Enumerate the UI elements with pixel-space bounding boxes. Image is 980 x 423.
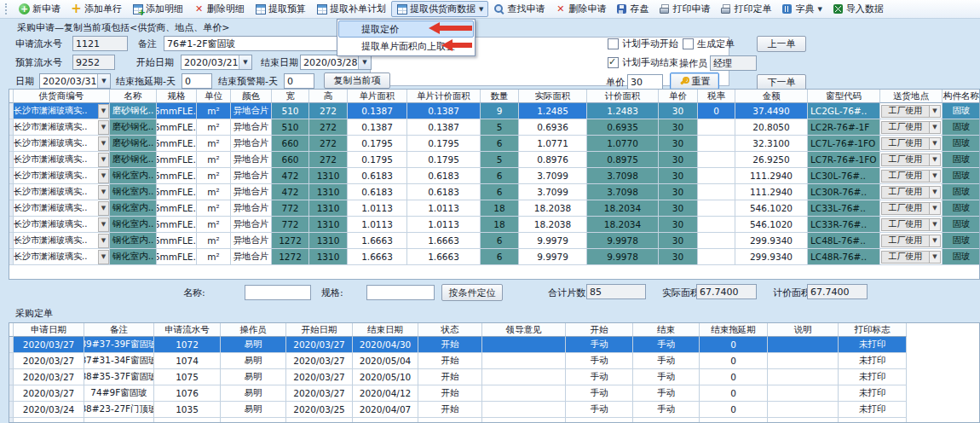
checkbox-box-checked[interactable] (608, 57, 619, 68)
delivery-select[interactable]: 工厂使用▼ (881, 154, 941, 166)
column-header[interactable]: 名称 (110, 90, 157, 103)
column-header[interactable]: 操作员 (221, 323, 286, 337)
cell[interactable]: 6mmFLE.. (157, 233, 197, 249)
cell[interactable]: 6mmFLE.. (157, 168, 197, 184)
cell[interactable]: 1075 (154, 369, 221, 385)
cell[interactable]: 钢化室内.. (110, 200, 157, 217)
cell[interactable]: 2020/03/27 (14, 353, 84, 369)
cell[interactable]: 易明 (221, 402, 286, 418)
cell[interactable] (698, 152, 735, 168)
column-header[interactable]: 颜色 (231, 90, 272, 103)
column-header[interactable]: 结束日期 (353, 323, 418, 337)
cell[interactable]: 2020/05/04 (353, 353, 418, 369)
chevron-down-icon[interactable]: ▼ (929, 187, 940, 198)
chevron-down-icon[interactable]: ▼ (929, 122, 940, 133)
cell[interactable]: 30 (659, 136, 698, 152)
cell[interactable]: 1272 (272, 249, 309, 265)
cell[interactable]: 工厂使用▼ (880, 136, 943, 152)
column-header[interactable]: 供货商编号 (14, 90, 110, 103)
toolbar-button-6[interactable]: 提取补单计划 (311, 1, 391, 17)
table-row[interactable]: 2020/03/2788#35-37F窗固玻1075易明2020/03/2720… (9, 369, 979, 385)
delivery-select[interactable]: 工厂使用▼ (881, 235, 941, 247)
toolbar-button-10[interactable]: 存盘 (611, 1, 654, 17)
cell[interactable]: 未打印 (839, 402, 907, 418)
cell[interactable]: 6 (481, 136, 519, 152)
cell[interactable]: LC30L-76#.. (808, 168, 880, 184)
operator-input[interactable] (710, 55, 757, 71)
cell[interactable]: 6 (481, 249, 519, 265)
cell[interactable]: 异地合片 (231, 249, 272, 265)
cell[interactable] (698, 217, 735, 233)
cell[interactable]: 工厂使用▼ (880, 217, 943, 233)
cell[interactable]: 660 (272, 136, 309, 152)
cell[interactable]: 开始 (418, 369, 482, 385)
cell[interactable]: 开始 (418, 385, 482, 402)
cell[interactable]: 0 (698, 103, 735, 119)
delivery-select[interactable]: 工厂使用▼ (881, 137, 941, 150)
cell[interactable]: LC7R-76#-1FO (808, 152, 880, 168)
column-header[interactable]: 数量 (481, 90, 519, 103)
chevron-down-icon[interactable]: ▼ (97, 74, 110, 88)
locate-name-input[interactable] (245, 285, 311, 300)
chevron-down-icon[interactable]: ▼ (98, 234, 109, 248)
toolbar-button-14[interactable]: 导入数据 (827, 1, 889, 17)
cell[interactable]: 工厂使用▼ (880, 184, 943, 200)
cell[interactable]: 18 (481, 217, 519, 233)
unit-price-input[interactable] (627, 74, 663, 90)
column-header[interactable]: 领导意见 (482, 323, 566, 337)
chevron-down-icon[interactable]: ▼ (98, 201, 109, 216)
cell[interactable]: 0.1387 (407, 103, 481, 119)
cell[interactable]: 18.2034 (587, 217, 659, 233)
cell[interactable]: 546.1020 (735, 217, 808, 233)
cell[interactable]: 30 (659, 249, 698, 265)
cell[interactable]: 0.8976 (519, 152, 587, 168)
cell[interactable]: 111.2940 (735, 168, 808, 184)
cell[interactable]: 3.7098 (587, 184, 659, 200)
cell[interactable]: 易明 (221, 385, 286, 402)
cell[interactable]: 磨砂钢化.. (110, 136, 157, 152)
chevron-down-icon[interactable]: ▼ (98, 217, 109, 232)
cell[interactable]: 固玻 (943, 217, 980, 233)
cell[interactable]: LC7L-76#-1FO (808, 136, 880, 152)
cell[interactable]: 2020/03/27 (14, 385, 84, 402)
cell[interactable]: 固玻 (943, 233, 980, 249)
toolbar-button-8[interactable]: 查找申请 (488, 1, 550, 17)
table-row[interactable]: 长沙市潇湘玻璃实..▼钢化室内..6mmFLE..m²异地合片47213100.… (9, 168, 979, 184)
cell[interactable]: 1.0113 (407, 217, 481, 233)
warn-input[interactable] (284, 73, 314, 89)
chevron-down-icon[interactable]: ▼ (98, 136, 109, 151)
cell[interactable]: 2020/03/27 (286, 353, 353, 369)
cell[interactable]: 手动 (566, 353, 633, 369)
cell[interactable]: 272 (309, 103, 348, 119)
start-date-select[interactable]: 2020/03/21▼ (181, 55, 252, 70)
cell[interactable]: 固玻 (943, 103, 980, 119)
delay-input[interactable] (182, 73, 212, 89)
cell[interactable]: 1.6663 (407, 233, 481, 249)
cell[interactable]: 易明 (221, 353, 286, 369)
cell[interactable]: 手动 (566, 369, 633, 385)
cell[interactable]: 6 (481, 184, 519, 200)
cell[interactable]: 1.2483 (587, 103, 659, 119)
cell[interactable]: 772 (272, 200, 309, 217)
cell[interactable]: m² (197, 233, 231, 249)
cell[interactable]: 6mmFLE.. (157, 217, 197, 233)
cell[interactable]: 长沙市潇湘玻璃实..▼ (14, 136, 110, 152)
chevron-down-icon[interactable]: ▼ (929, 138, 940, 149)
column-header[interactable]: 送货地点 (880, 90, 943, 103)
cell[interactable]: 固玻 (943, 200, 980, 217)
cell[interactable]: 长沙市潇湘玻璃实..▼ (14, 233, 110, 249)
cell[interactable]: 0.1795 (348, 152, 407, 168)
generate-order-checkbox[interactable]: 生成定单 (683, 38, 735, 50)
cell[interactable] (698, 200, 735, 217)
copy-current-button[interactable]: 复制当前项 (324, 72, 390, 89)
cell[interactable] (768, 337, 839, 353)
table-row[interactable]: 长沙市潇湘玻璃实..▼钢化室内..6mmFLE..m²异地合片77213101.… (9, 200, 979, 217)
cell[interactable]: 2020/03/27 (14, 369, 84, 385)
cell[interactable]: 固玻 (943, 168, 980, 184)
column-header[interactable]: 备注 (84, 323, 154, 337)
cell[interactable]: 1.6663 (348, 249, 407, 265)
column-header[interactable]: 单片计价面积 (407, 90, 481, 103)
cell[interactable]: 异地合片 (231, 184, 272, 200)
cell[interactable]: 0.1387 (348, 103, 407, 119)
cell[interactable]: 5 (481, 152, 519, 168)
